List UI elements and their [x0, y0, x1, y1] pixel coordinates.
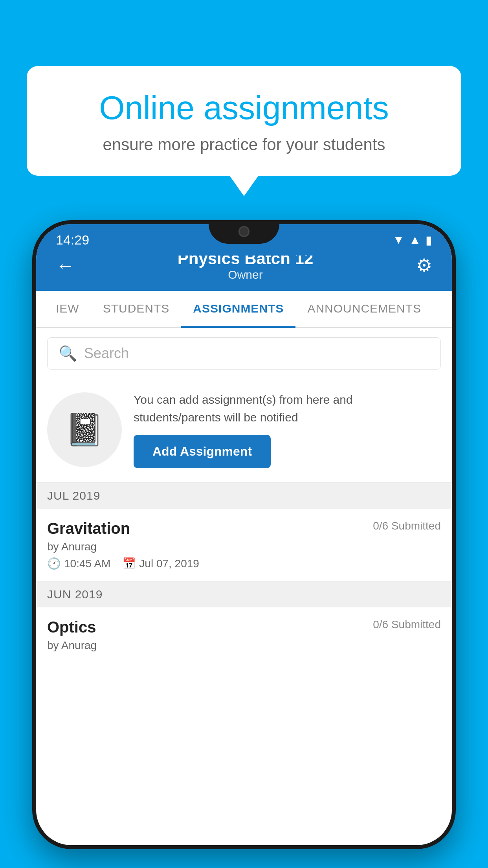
assignment-submitted-optics: 0/6 Submitted: [373, 618, 441, 631]
signal-icon: ▲: [409, 233, 421, 246]
search-bar[interactable]: 🔍 Search: [47, 337, 441, 370]
assignment-name-optics: Optics: [47, 618, 96, 636]
search-input[interactable]: Search: [84, 345, 129, 362]
assignment-submitted: 0/6 Submitted: [373, 520, 441, 532]
promo-icon-circle: 📓: [47, 392, 122, 467]
add-assignment-promo: 📓 You can add assignment(s) from here an…: [36, 379, 452, 483]
tab-assignments[interactable]: ASSIGNMENTS: [181, 291, 295, 328]
search-icon: 🔍: [59, 345, 77, 362]
promo-right: You can add assignment(s) from here and …: [134, 391, 441, 468]
tabs-bar: IEW STUDENTS ASSIGNMENTS ANNOUNCEMENTS: [36, 291, 452, 328]
phone-frame: 14:29 ▼ ▲ ▮ ← Physics Batch 12 Owner ⚙ I…: [32, 220, 456, 849]
assignment-by: by Anurag: [47, 541, 441, 553]
status-icons: ▼ ▲ ▮: [393, 233, 432, 247]
assignment-item-optics[interactable]: Optics 0/6 Submitted by Anurag: [36, 607, 452, 667]
status-time: 14:29: [56, 232, 89, 248]
speech-bubble-card: Online assignments ensure more practice …: [27, 66, 461, 176]
header-subtitle: Owner: [75, 268, 416, 281]
tab-students[interactable]: STUDENTS: [91, 291, 182, 328]
add-assignment-button[interactable]: Add Assignment: [134, 435, 271, 468]
phone-notch: [209, 220, 279, 244]
wifi-icon: ▼: [393, 233, 405, 246]
section-header-jul2019: JUL 2019: [36, 483, 452, 509]
tab-iew[interactable]: IEW: [44, 291, 91, 328]
phone-container: 14:29 ▼ ▲ ▮ ← Physics Batch 12 Owner ⚙ I…: [32, 220, 456, 868]
meta-time: 🕐 10:45 AM: [47, 557, 110, 570]
assignment-by-optics: by Anurag: [47, 639, 441, 652]
assignment-top-optics: Optics 0/6 Submitted: [47, 618, 441, 636]
assignment-date: Jul 07, 2019: [139, 557, 199, 570]
back-button[interactable]: ←: [56, 255, 75, 276]
search-container: 🔍 Search: [36, 328, 452, 379]
meta-date: 📅 Jul 07, 2019: [122, 557, 199, 570]
calendar-icon: 📅: [122, 557, 136, 570]
assignment-time: 10:45 AM: [64, 557, 110, 570]
section-header-jun2019: JUN 2019: [36, 581, 452, 607]
clock-icon: 🕐: [47, 557, 61, 570]
tab-announcements[interactable]: ANNOUNCEMENTS: [295, 291, 433, 328]
phone-screen: 14:29 ▼ ▲ ▮ ← Physics Batch 12 Owner ⚙ I…: [36, 224, 452, 845]
assignment-name: Gravitation: [47, 520, 130, 537]
speech-bubble-title: Online assignments: [54, 90, 434, 126]
front-camera: [238, 226, 250, 237]
promo-text: You can add assignment(s) from here and …: [134, 391, 441, 426]
assignment-meta: 🕐 10:45 AM 📅 Jul 07, 2019: [47, 557, 441, 570]
battery-icon: ▮: [426, 233, 432, 247]
assignment-item-gravitation[interactable]: Gravitation 0/6 Submitted by Anurag 🕐 10…: [36, 509, 452, 581]
settings-icon[interactable]: ⚙: [416, 255, 432, 276]
notebook-icon: 📓: [65, 411, 104, 448]
speech-bubble-subtitle: ensure more practice for your students: [54, 135, 434, 154]
assignment-top: Gravitation 0/6 Submitted: [47, 520, 441, 537]
